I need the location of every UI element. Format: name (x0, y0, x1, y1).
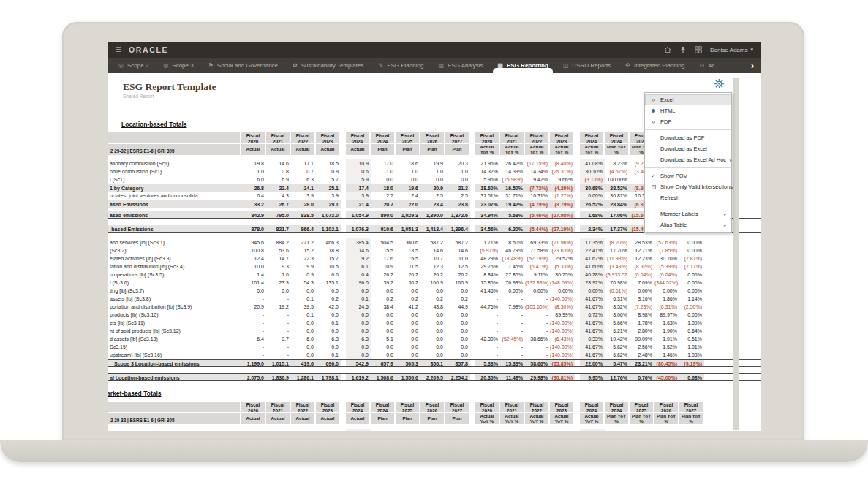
table-cell: 890.0 (371, 211, 396, 218)
table-cell: 1.0 (445, 167, 470, 176)
grid-corner-cell: 2 29-32 | ESRS E1-6 | GRI 305 (108, 132, 241, 155)
table-cell: 0.0 (420, 335, 445, 343)
table-cell: - (525, 351, 550, 359)
row-label: d assets [lb] (Sc3.13) (108, 335, 241, 343)
table-cell: 6.4 (241, 335, 266, 343)
tab-sustainability-templates[interactable]: ✿Sustainability Templates (285, 58, 371, 73)
table-cell: 18.5 (316, 159, 341, 167)
menu-item-pdf[interactable]: PDF (645, 116, 731, 127)
column-header-year: Fiscal 2025 (630, 402, 653, 413)
table-cell: 9.95% (580, 374, 605, 380)
table-cell: 0.0 (396, 327, 420, 335)
menu-item-excel[interactable]: Excel (645, 94, 731, 105)
table-cell: 38.4 (371, 303, 396, 311)
menu-separator (645, 129, 731, 130)
table-cell: (23.63%) (550, 246, 575, 255)
table-cell: 0.0 (396, 351, 420, 359)
column-group-gap (470, 246, 475, 255)
column-header-sub: Plan (396, 413, 419, 424)
scope3-icon: ◍ (163, 62, 168, 69)
table-cell: 0.76% (630, 374, 654, 380)
menu-item-member-labels[interactable]: Member Labels▸ (645, 208, 731, 219)
check-icon: ✓ (651, 173, 655, 179)
column-header-sub: Plan (445, 144, 469, 155)
table-cell: 1,798.1 (316, 374, 341, 380)
gear-icon[interactable] (714, 78, 725, 89)
tabs-overflow-button[interactable]: › (744, 61, 761, 71)
table-cell: 53.6 (266, 246, 291, 255)
menu-item-download-as-excel-ad-hoc[interactable]: Download as Excel Ad Hoc▸ (645, 154, 731, 165)
table-cell: 41.2 (396, 303, 420, 311)
column-header-year: Fiscal 2023 (316, 402, 339, 413)
table-cell: 14.6 (266, 429, 291, 431)
table-cell: 5.7 (316, 176, 341, 184)
table-cell: 58.66% (525, 360, 550, 366)
menu-item-html[interactable]: HTML (645, 105, 731, 116)
column-header: Fiscal 2021Actual (266, 402, 291, 424)
table-cell: - (241, 311, 266, 319)
table-cell: 1,051.3 (396, 225, 420, 232)
csrd-reports-icon: ◫ (563, 62, 569, 69)
column-header-sub: Plan (420, 144, 444, 155)
column-header-sub: Plan YoY % (654, 413, 678, 424)
tab-csrd-reports[interactable]: ◫CSRD Reports (556, 58, 618, 73)
menu-item-show-only-valid-intersections[interactable]: Show Only Valid Intersections (645, 181, 731, 192)
menu-item-refresh[interactable]: Refresh (645, 192, 731, 203)
table-cell: 10.9 (346, 159, 371, 167)
table-cell: 0.68% (679, 374, 704, 380)
menu-item-download-as-pdf[interactable]: Download as PDF (645, 132, 731, 143)
app-grid-icon[interactable] (695, 46, 702, 53)
table-cell: 15.33% (500, 360, 525, 366)
table-cell: - (241, 295, 266, 303)
table-cell: 0.0 (266, 287, 291, 295)
column-header-sub: Actual (316, 413, 339, 424)
table-cell: 42.30% (475, 335, 500, 343)
table-cell: (8.40%) (550, 429, 575, 431)
column-header-year: Fiscal 2027 (679, 402, 703, 413)
column-group-gap (470, 351, 475, 359)
menu-item-show-pov[interactable]: ✓Show POV (645, 170, 731, 181)
radio-icon (650, 109, 657, 113)
column-header-sub: Actual (346, 413, 369, 424)
home-icon[interactable] (664, 46, 671, 53)
table-row: al Location-based emissions2,075.01,836.… (108, 373, 761, 381)
menu-item-download-as-excel[interactable]: Download as Excel (645, 143, 731, 154)
table-cell: 135.1 (316, 279, 341, 287)
tab-scope-2[interactable]: ◎Scope 2 (111, 58, 156, 73)
table-cell: (2.50%) (679, 303, 704, 311)
tab-scope-3[interactable]: ◍Scope 3 (156, 58, 200, 73)
table-cell: 26.7 (266, 200, 291, 208)
column-header-sub: Plan YoY % (630, 413, 653, 424)
tab-esg-reporting[interactable]: ▦ESG Reporting (490, 58, 555, 73)
row-label: elated activities [lb] (Sc3.3) (108, 255, 241, 263)
column-group-gap (575, 211, 580, 218)
table-cell: 11.0 (445, 255, 470, 263)
tab-ac[interactable]: ⊡Ac (692, 58, 722, 73)
column-group-gap (341, 429, 346, 431)
table-cell: 28.92% (580, 279, 605, 287)
table-cell: 44.75% (475, 303, 500, 311)
microphone-icon[interactable] (679, 46, 687, 53)
table-cell: - (266, 319, 291, 327)
tab-esg-planning[interactable]: ✎ESG Planning (371, 58, 431, 73)
tab-esg-analysis[interactable]: ▤ESG Analysis (431, 58, 490, 73)
column-header-sub: Plan YoY % (605, 413, 628, 424)
tab-integrated-planning[interactable]: ✣Integrated Planning (618, 58, 692, 73)
table-cell: 657.9 (371, 360, 396, 366)
table-cell: - (475, 319, 500, 327)
table-cell: 0.1 (291, 295, 316, 303)
tab-social-and-governance[interactable]: ⚑Social and Governance (201, 58, 285, 73)
user-menu[interactable]: Denise Adams ▾ (710, 47, 753, 53)
table-cell: - (500, 319, 525, 327)
vertical-scrollbar[interactable] (733, 78, 739, 430)
oracle-logo[interactable]: ORACLE (129, 45, 168, 54)
menu-item-alias-table[interactable]: Alias Table▸ (645, 219, 731, 230)
hamburger-menu-icon[interactable]: ☰ (116, 46, 121, 53)
table-cell: 1.68% (580, 211, 605, 218)
column-group-gap (341, 287, 346, 295)
grid-corner-top (108, 402, 240, 413)
table-cell: - (500, 295, 525, 303)
column-header: Fiscal 2023Actual YoY % (550, 402, 575, 424)
column-header: Fiscal 2023Actual (316, 132, 341, 155)
table-cell: 6.1 (346, 263, 371, 271)
